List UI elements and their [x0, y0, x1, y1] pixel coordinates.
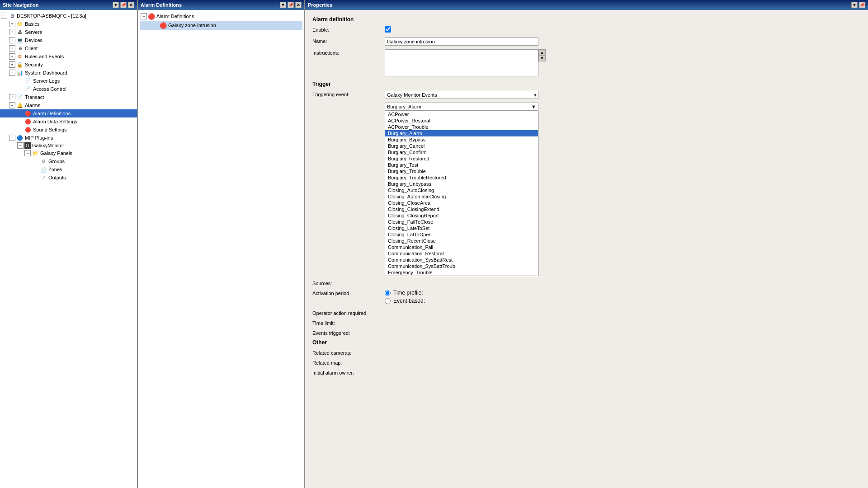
tree-item-outputs[interactable]: ↗ Outputs: [0, 174, 137, 182]
dropdown-item-closing-recentclose[interactable]: Closing_RecentClose: [385, 238, 538, 244]
dropdown-item-closing-closingreport[interactable]: Closing_ClosingReport: [385, 212, 538, 219]
dropdown-item-closing-lattoopen[interactable]: Closing_LatToOpen: [385, 231, 538, 238]
instructions-label: Instructions:: [312, 49, 385, 56]
operator-action-row: Operator action required: [312, 310, 861, 316]
dropdown-item-burglary-restored[interactable]: Burglary_Restored: [385, 155, 538, 162]
alarm-def-root-item[interactable]: 🔴 Alarm Definitions: [140, 12, 302, 21]
events-triggered-row: Events triggered:: [312, 329, 861, 336]
desktop-expander[interactable]: [1, 13, 7, 19]
tree-item-basics[interactable]: 📁 Basics: [0, 20, 137, 28]
dropdown-item-burglary-cancel[interactable]: Burglary_Cancel: [385, 143, 538, 149]
galaxymon-expander[interactable]: [17, 142, 24, 149]
tree-item-devices[interactable]: 💻 Devices: [0, 36, 137, 44]
dropdown-item-acpower-trouble[interactable]: ACPower_Trouble: [385, 124, 538, 130]
name-input[interactable]: [385, 38, 538, 46]
transact-label: Transact: [25, 94, 44, 100]
site-nav-close-btn[interactable]: ✕: [128, 2, 134, 8]
devices-expander[interactable]: [9, 37, 15, 43]
alarm-def-galaxy-zone-item[interactable]: 🔴 Galaxy zone intrusion: [140, 21, 302, 30]
galaxy-zone-label: Galaxy zone intrusion: [168, 23, 216, 28]
tree-item-access[interactable]: 📄 Access Control: [0, 85, 137, 93]
instructions-scroll-up[interactable]: ▲: [539, 50, 545, 56]
dropdown-item-burglary-troublerestored[interactable]: Burglary_TroubleRestored: [385, 174, 538, 181]
groups-expander: [33, 158, 39, 164]
tree-item-dashboard[interactable]: 📊 System Dashboard: [0, 69, 137, 77]
dropdown-item-burglary-unbypass[interactable]: Burglary_Unbypass: [385, 181, 538, 187]
dashboard-expander[interactable]: [9, 70, 15, 76]
tree-item-serverlogs[interactable]: 📄 Server Logs: [0, 77, 137, 85]
dropdown-item-burglary-test[interactable]: Burglary_Test: [385, 162, 538, 168]
events-triggered-label: Events triggered:: [312, 329, 385, 336]
alarm-def-root-expander[interactable]: [141, 13, 147, 19]
tree-item-alarmdef[interactable]: 🔴 Alarm Definitions: [0, 109, 137, 117]
site-nav-pin-btn[interactable]: ▼: [113, 2, 119, 8]
dropdown-item-burglary-confirm[interactable]: Burglary_Confirm: [385, 149, 538, 155]
dropdown-item-emergency-trouble[interactable]: Emergency_Trouble: [385, 269, 538, 276]
site-nav-dock-btn[interactable]: 📌: [120, 2, 127, 8]
dropdown-item-burglary-trouble[interactable]: Burglary_Trouble: [385, 168, 538, 174]
rules-expander[interactable]: [9, 53, 15, 60]
alarms-expander[interactable]: [9, 102, 15, 108]
triggering-event-select[interactable]: Galaxy Monitor Events: [385, 91, 538, 99]
tree-item-zones[interactable]: 📄 Zones: [0, 165, 137, 174]
tree-item-client[interactable]: 🖥 Client: [0, 44, 137, 52]
alarm-def-close-btn[interactable]: ✕: [295, 2, 302, 8]
alarm-def-tree: 🔴 Alarm Definitions 🔴 Galaxy zone intrus…: [138, 10, 304, 488]
tree-item-mip[interactable]: 🔵 MIP Plug-ins: [0, 134, 137, 142]
alarm-def-title: Alarm Definitions: [141, 2, 182, 8]
tree-item-rules[interactable]: ⚙ Rules and Events: [0, 52, 137, 61]
tree-item-security[interactable]: 🔒 Security: [0, 61, 137, 69]
dropdown-item-communication-sysbattrest[interactable]: Communication_SysBattRest: [385, 257, 538, 263]
tree-item-galaxymon[interactable]: G GalaxyMonitor: [0, 142, 137, 149]
alarm-def-dock-btn[interactable]: 📌: [288, 2, 294, 8]
security-expander[interactable]: [9, 61, 15, 68]
dropdown-item-acpower[interactable]: ACPower: [385, 111, 538, 117]
servers-icon: 🖧: [16, 28, 24, 36]
dropdown-item-closing-autoclosing[interactable]: Closing_AutoClosing: [385, 187, 538, 193]
tree-item-sound[interactable]: 🔴 Sound Settings: [0, 126, 137, 134]
dropdown-item-burglary-alarm[interactable]: Burglary_Alarm: [385, 130, 538, 136]
serverlogs-icon: 📄: [24, 77, 32, 84]
servers-expander[interactable]: [9, 29, 15, 35]
dropdown-item-closing-automaticclosing[interactable]: Closing_AutomaticClosing: [385, 193, 538, 200]
event-based-radio[interactable]: [385, 298, 391, 304]
tree-item-galaxypanels[interactable]: 📁 Galaxy Panels: [0, 149, 137, 157]
tree-item-servers[interactable]: 🖧 Servers: [0, 28, 137, 36]
basics-expander[interactable]: [9, 21, 15, 27]
instructions-value: ▲ ▼: [385, 49, 861, 76]
site-nav-title: Site Navigation: [3, 2, 38, 8]
instructions-textarea[interactable]: [385, 49, 538, 76]
dropdown-item-closing-failtoclose[interactable]: Closing_FailToClose: [385, 219, 538, 225]
props-pin-btn[interactable]: ▼: [851, 2, 858, 8]
dropdown-item-acpower-restoral[interactable]: ACPower_Restoral: [385, 117, 538, 124]
props-title-buttons: ▼ 📌: [851, 2, 865, 8]
mip-expander[interactable]: [9, 135, 15, 141]
dropdown-item-communication-restoral[interactable]: Communication_Restoral: [385, 250, 538, 257]
triggering-event-row: Triggering event: Galaxy Monitor Events …: [312, 91, 861, 99]
dropdown-item-closing-closearea[interactable]: Closing_CloseArea: [385, 200, 538, 206]
alarm-def-pin-btn[interactable]: ▼: [280, 2, 286, 8]
dropdown-item-burglary-bypass[interactable]: Burglary_Bypass: [385, 136, 538, 143]
alarms-icon: 🔔: [16, 102, 24, 109]
dropdown-item-closing-closingextend[interactable]: Closing_ClosingExtend: [385, 206, 538, 212]
tree-item-transact[interactable]: 📄 Transact: [0, 93, 137, 101]
dropdown-item-communication-sysbatttroub[interactable]: Communication_SysBattTroub: [385, 263, 538, 269]
burglary-selected-bar[interactable]: Burglary_Alarm ▼: [385, 103, 538, 111]
dropdown-item-closing-latetoset[interactable]: Closing_LateToSet: [385, 225, 538, 231]
tree-item-desktop[interactable]: 🖥 DESKTOP-ASBMQFC - [12.3a]: [0, 12, 137, 20]
mip-label: MIP Plug-ins: [25, 135, 53, 141]
instructions-scroll-down[interactable]: ▼: [539, 56, 545, 61]
initial-alarm-owner-label: Initial alarm owner:: [312, 369, 385, 375]
transact-expander[interactable]: [9, 94, 15, 100]
client-expander[interactable]: [9, 45, 15, 52]
time-profile-radio[interactable]: [385, 290, 391, 296]
props-content: Alarm definition Enable: Name: Instructi…: [305, 10, 868, 488]
tree-item-alarmdata[interactable]: 🔴 Alarm Data Settings: [0, 117, 137, 126]
dropdown-item-communication-fail[interactable]: Communication_Fail: [385, 244, 538, 250]
tree-item-groups[interactable]: ⚙ Groups: [0, 157, 137, 165]
enable-checkbox[interactable]: [385, 26, 391, 33]
props-dock-btn[interactable]: 📌: [859, 2, 865, 8]
galaxypanels-expander[interactable]: [24, 150, 31, 156]
tree-item-alarms[interactable]: 🔔 Alarms: [0, 101, 137, 109]
burglary-dropdown-arrow: ▼: [531, 104, 536, 109]
